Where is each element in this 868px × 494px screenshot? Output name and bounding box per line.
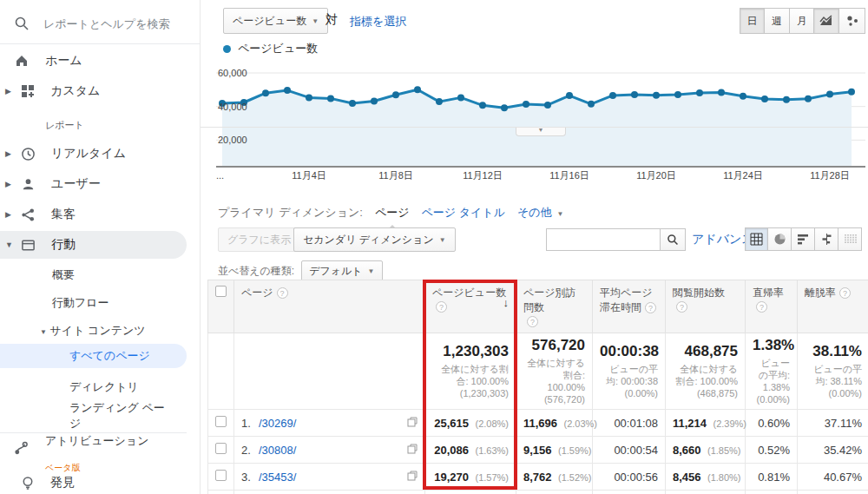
comparison-view-button[interactable]	[815, 227, 838, 251]
vs-label: 対	[326, 12, 338, 28]
legend-label: ページビュー数	[238, 41, 318, 56]
lightbulb-icon	[21, 476, 35, 491]
table-row: 1./30269/ 25,615(2.08%) 11,696(2.03%) 00…	[208, 410, 868, 437]
dimension-other-link[interactable]: その他	[517, 206, 552, 219]
sidebar-item-home[interactable]: ホーム	[0, 47, 187, 75]
svg-text:40,000: 40,000	[218, 102, 247, 112]
chevron-right-icon: ▶	[5, 149, 14, 158]
series-color-dot	[223, 45, 231, 53]
chart-bottom-border	[201, 127, 868, 128]
pie-chart-icon	[773, 233, 786, 246]
svg-text:11月28日: 11月28日	[810, 170, 850, 181]
svg-text:11月16日: 11月16日	[549, 170, 589, 181]
person-icon	[21, 177, 36, 192]
summary-row: 1,230,303全体に対する割合: 100.00% (1,230,303) 5…	[208, 333, 868, 410]
sidebar-item-behavior[interactable]: ▼ 行動	[0, 231, 187, 259]
select-all-checkbox[interactable]	[215, 286, 227, 297]
attribution-icon	[14, 441, 29, 456]
header-avg-time[interactable]: 平均ページ滞在時間	[593, 280, 666, 333]
select-metric-link[interactable]: 指標を選択	[350, 14, 406, 30]
chart-collapse-tab[interactable]: ▼	[516, 127, 566, 136]
sidebar-item-users[interactable]: ▶ ユーザー	[0, 170, 187, 198]
plot-rows-button[interactable]: グラフに表示	[218, 227, 300, 252]
page-link[interactable]: /35453/	[259, 471, 296, 484]
chevron-down-icon: ▼	[40, 328, 47, 336]
metric-dropdown[interactable]: ページビュー数▼	[223, 8, 328, 34]
dimension-page-title-link[interactable]: ページ タイトル	[422, 205, 505, 221]
comparison-icon	[820, 233, 833, 246]
header-pageviews[interactable]: ページビュー数↓	[425, 280, 516, 333]
help-icon[interactable]	[645, 302, 656, 313]
primary-dimension-label: プライマリ ディメンション:	[218, 205, 363, 221]
granularity-month-button[interactable]: 月	[790, 8, 815, 34]
help-icon[interactable]	[676, 301, 687, 313]
open-page-icon[interactable]	[407, 471, 418, 484]
sidebar-divider	[0, 432, 187, 433]
chevron-down-icon: ▼	[368, 267, 375, 275]
table-view-button[interactable]	[745, 227, 768, 251]
help-icon[interactable]	[436, 301, 447, 313]
main-content: ページビュー数▼ 対 指標を選択 日 週 月 ページビュー数 20,00040,…	[200, 0, 868, 494]
open-page-icon[interactable]	[407, 444, 418, 457]
row-checkbox[interactable]	[215, 416, 227, 427]
summary-pageviews: 1,230,303全体に対する割合: 100.00% (1,230,303)	[425, 333, 516, 410]
sidebar-search-input[interactable]	[43, 17, 182, 30]
summary-avg-time: 00:00:38ビューの平均: 00:00:38 (0.00%)	[593, 333, 666, 410]
header-page[interactable]: ページ	[234, 280, 425, 333]
sidebar-search[interactable]	[0, 10, 200, 36]
dimension-page[interactable]: ページ	[375, 205, 410, 221]
summary-bounce: 1.38%ビューの平均: 1.38% (0.00%)	[746, 333, 798, 410]
svg-text:11月24日: 11月24日	[723, 170, 763, 181]
header-exit[interactable]: 離脱率	[798, 280, 868, 333]
sidebar-item-realtime[interactable]: ▶ リアルタイム	[0, 140, 187, 168]
pivot-icon	[844, 233, 857, 246]
help-icon[interactable]	[756, 301, 767, 313]
header-entrances[interactable]: 閲覧開始数	[666, 280, 746, 333]
svg-text:20,000: 20,000	[218, 135, 247, 145]
help-icon[interactable]	[527, 316, 538, 327]
page-link[interactable]: /30808/	[259, 444, 296, 457]
help-icon[interactable]	[277, 287, 288, 299]
table-search-button[interactable]	[660, 228, 686, 251]
chevron-down-icon: ▼	[439, 236, 446, 244]
performance-view-button[interactable]	[792, 227, 815, 251]
sidebar: ホーム ▶ カスタム レポート ▶ リアルタイム ▶ ユーザー ▶ 集客 ▼ 行…	[0, 0, 200, 494]
behavior-window-icon	[21, 238, 36, 253]
chevron-right-icon: ▶	[5, 180, 14, 188]
acquisition-icon	[21, 207, 36, 222]
granularity-day-button[interactable]: 日	[740, 8, 765, 34]
scatter-chart-button[interactable]	[839, 8, 865, 34]
row-checkbox[interactable]	[215, 443, 227, 454]
sidebar-item-custom[interactable]: ▶ カスタム	[0, 77, 187, 105]
line-chart-button[interactable]	[813, 8, 839, 34]
open-page-icon[interactable]	[407, 417, 418, 430]
bar-chart-icon	[797, 233, 810, 246]
summary-entrances: 468,875全体に対する割合: 100.00% (468,875)	[666, 333, 746, 410]
sidebar-item-site-content[interactable]: ▼ サイト コンテンツ	[40, 323, 227, 339]
percentage-view-button[interactable]	[768, 227, 792, 251]
scatter-icon	[845, 15, 859, 27]
chart-type-group	[813, 8, 865, 34]
sidebar-item-discover[interactable]: 発見	[0, 469, 187, 494]
row-checkbox[interactable]	[215, 470, 227, 481]
sidebar-item-acquisition[interactable]: ▶ 集客	[0, 201, 187, 228]
help-icon[interactable]	[839, 287, 851, 299]
granularity-week-button[interactable]: 週	[765, 8, 790, 34]
page-link[interactable]: /30269/	[259, 417, 296, 430]
pages-table: ページ ページビュー数↓ ページ別訪問数 平均ページ滞在時間 閲覧開始数 直帰率…	[207, 280, 868, 494]
header-unique-pageviews[interactable]: ページ別訪問数	[516, 280, 593, 333]
sort-type-dropdown[interactable]: デフォルト▼	[301, 260, 382, 281]
chevron-down-icon: ▼	[5, 240, 14, 249]
chevron-right-icon: ▶	[5, 87, 14, 96]
sidebar-item-all-pages[interactable]: すべてのページ	[0, 344, 187, 368]
pivot-view-button[interactable]	[838, 227, 862, 251]
search-icon	[667, 234, 679, 246]
table-row: 4./11735/ 16,454(1.34%) 7,410(1.28%) 00:…	[208, 491, 868, 494]
pageviews-line-chart[interactable]: 20,00040,00060,000...11月4日11月8日11月12日11月…	[201, 57, 868, 184]
header-bounce[interactable]: 直帰率	[746, 280, 798, 333]
sidebar-item-landing-pages[interactable]: ランディング ページ	[69, 400, 172, 431]
table-search-input[interactable]	[546, 228, 661, 251]
chevron-right-icon: ▶	[5, 210, 14, 219]
chevron-down-icon: ▼	[312, 17, 319, 25]
secondary-dimension-button[interactable]: セカンダリ ディメンション▼	[293, 227, 456, 252]
